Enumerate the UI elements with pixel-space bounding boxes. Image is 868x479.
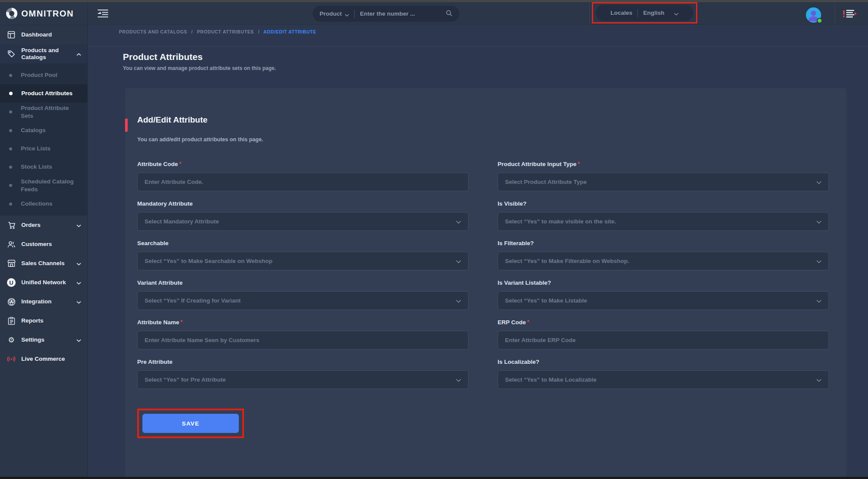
variant-attribute-select[interactable]: Select “Yes” If Creating for Variant bbox=[137, 291, 469, 310]
field-attribute-code: Attribute Code* bbox=[137, 161, 469, 191]
add-edit-attribute-card: Add/Edit Attribute You can add/edit prod… bbox=[125, 88, 846, 479]
save-button[interactable]: SAVE bbox=[142, 414, 239, 433]
attribute-name-input[interactable] bbox=[145, 337, 461, 343]
field-variant-attribute: Variant Attribute Select “Yes” If Creati… bbox=[137, 279, 469, 310]
sidebar-item-integration[interactable]: Integration bbox=[0, 292, 87, 311]
online-status-dot bbox=[817, 18, 822, 23]
annotation-box-save: SAVE bbox=[137, 409, 244, 438]
sidebar-item-products-and-catalogs[interactable]: Products and Catalogs bbox=[0, 44, 87, 63]
is-visible-select[interactable]: Select “Yes” to make visible on the site… bbox=[498, 212, 829, 231]
is-localizable-select[interactable]: Select “Yes” to Make Localizable bbox=[498, 370, 829, 389]
erp-code-input[interactable] bbox=[505, 337, 822, 343]
chevron-down-icon bbox=[456, 257, 461, 265]
field-label: Is Filterable? bbox=[498, 240, 534, 246]
main-area: Product Locales English bbox=[88, 2, 868, 479]
chevron-down-icon bbox=[816, 297, 822, 305]
chevron-up-icon bbox=[76, 50, 81, 58]
sidebar-subitem-product-attributes[interactable]: Product Attributes bbox=[0, 84, 87, 103]
card-accent-bar bbox=[125, 119, 128, 132]
product-attribute-input-type-select[interactable]: Select Product Attribute Type bbox=[498, 173, 829, 191]
bullet-dot-icon bbox=[9, 203, 12, 206]
erp-code-input-wrap bbox=[498, 331, 829, 349]
chevron-down-icon bbox=[674, 10, 679, 17]
field-label: ERP Code bbox=[498, 319, 526, 326]
field-label: Mandatory Attribute bbox=[137, 200, 193, 207]
field-is-variant-listable: Is Variant Listable? Select “Yes” to Mak… bbox=[498, 279, 829, 310]
field-product-attribute-input-type: Product Attribute Input Type* Select Pro… bbox=[498, 161, 829, 191]
locale-label: Locales bbox=[611, 10, 632, 16]
bullet-dot-icon bbox=[9, 129, 12, 132]
sidebar-subitem-catalogs[interactable]: Catalogs bbox=[0, 121, 87, 140]
field-label: Searchable bbox=[137, 240, 168, 246]
pre-attribute-select[interactable]: Select “Yes” for Pre Attribute bbox=[137, 370, 469, 389]
is-variant-listable-select[interactable]: Select “Yes” to Make Listable bbox=[498, 291, 829, 310]
customers-icon bbox=[7, 240, 16, 249]
chevron-down-icon bbox=[76, 336, 81, 344]
notification-panel-icon[interactable] bbox=[842, 9, 857, 19]
chevron-down-icon bbox=[816, 376, 822, 384]
sidebar-item-orders[interactable]: Orders bbox=[0, 216, 87, 235]
field-label: Attribute Name bbox=[137, 319, 179, 326]
search-divider bbox=[354, 10, 355, 18]
sidebar-subitem-product-attribute-sets[interactable]: Product Attribute Sets bbox=[0, 103, 87, 121]
logo[interactable]: OMNITRON bbox=[0, 2, 87, 25]
sidebar-subitem-stock-lists[interactable]: Stock Lists bbox=[0, 158, 87, 176]
search-input[interactable] bbox=[360, 10, 446, 17]
integration-icon bbox=[7, 297, 16, 306]
products-submenu: Product Pool Product Attributes Product … bbox=[0, 63, 87, 216]
logo-text: OMNITRON bbox=[21, 9, 74, 19]
sidebar-collapse-icon[interactable] bbox=[97, 9, 109, 18]
field-label: Product Attribute Input Type bbox=[498, 161, 577, 167]
topbar-divider bbox=[835, 2, 835, 25]
field-label: Is Variant Listable? bbox=[498, 279, 551, 286]
breadcrumb-separator: / bbox=[258, 29, 260, 34]
sidebar-subitem-collections[interactable]: Collections bbox=[0, 195, 87, 213]
sidebar-item-live-commerce[interactable]: Live Commerce bbox=[0, 349, 87, 369]
required-asterisk: * bbox=[527, 319, 529, 325]
bullet-dot-icon bbox=[9, 147, 12, 150]
sidebar-subitem-product-pool[interactable]: Product Pool bbox=[0, 66, 87, 84]
locale-value: English bbox=[643, 10, 664, 16]
field-label: Is Visible? bbox=[498, 200, 527, 207]
sidebar: OMNITRON Dashboard Products and Catalogs… bbox=[0, 2, 88, 479]
chevron-down-icon bbox=[76, 298, 81, 306]
sidebar-item-dashboard[interactable]: Dashboard bbox=[0, 25, 87, 44]
form-left-column: Attribute Code* Mandatory Attribute Sele… bbox=[137, 161, 469, 438]
field-label: Variant Attribute bbox=[137, 279, 183, 286]
sidebar-subitem-scheduled-catalog-feeds[interactable]: Scheduled Catalog Feeds bbox=[0, 176, 87, 195]
field-label: Attribute Code bbox=[137, 161, 178, 167]
chevron-down-icon bbox=[76, 221, 81, 229]
chevron-down-icon bbox=[76, 279, 81, 286]
field-is-visible: Is Visible? Select “Yes” to make visible… bbox=[498, 200, 829, 231]
sidebar-item-unified-network[interactable]: U Unified Network bbox=[0, 273, 87, 292]
sidebar-item-customers[interactable]: Customers bbox=[0, 235, 87, 254]
searchable-select[interactable]: Select “Yes” to Make Searchable on Websh… bbox=[137, 252, 469, 270]
chevron-down-icon bbox=[816, 257, 822, 265]
is-filterable-select[interactable]: Select “Yes” to Make Filterable on Websh… bbox=[498, 252, 829, 270]
sidebar-item-sales-channels[interactable]: Sales Channels bbox=[0, 254, 87, 273]
field-is-filterable: Is Filterable? Select “Yes” to Make Filt… bbox=[498, 240, 829, 270]
chevron-down-icon bbox=[816, 218, 822, 226]
chevron-down-icon bbox=[456, 218, 461, 226]
locale-selector[interactable]: Locales English bbox=[596, 5, 693, 21]
mandatory-attribute-select[interactable]: Select Mandatory Attribute bbox=[137, 212, 469, 231]
sidebar-item-reports[interactable]: Reports bbox=[0, 311, 87, 330]
tag-icon bbox=[7, 49, 16, 59]
bullet-dot-icon bbox=[9, 110, 12, 113]
attribute-code-input[interactable] bbox=[145, 179, 461, 185]
user-avatar[interactable] bbox=[806, 7, 821, 23]
sidebar-subitem-price-lists[interactable]: Price Lists bbox=[0, 140, 87, 158]
field-erp-code: ERP Code* bbox=[498, 319, 829, 349]
breadcrumb-products-and-catalogs[interactable]: PRODUCTS AND CATALOGS bbox=[119, 29, 187, 34]
breadcrumb-product-attributes[interactable]: PRODUCT ATTRIBUTES bbox=[197, 29, 254, 34]
search-category-select[interactable]: Product bbox=[320, 10, 342, 17]
sidebar-item-settings[interactable]: ⚙ Settings bbox=[0, 330, 87, 349]
field-mandatory-attribute: Mandatory Attribute Select Mandatory Att… bbox=[137, 200, 469, 231]
chevron-down-icon bbox=[76, 259, 81, 267]
locale-divider bbox=[637, 9, 638, 17]
breadcrumb-add-edit-attribute[interactable]: ADD/EDIT ATTRIBUTE bbox=[264, 29, 317, 34]
unified-network-icon: U bbox=[7, 278, 16, 287]
reports-icon bbox=[7, 316, 16, 326]
search-icon[interactable] bbox=[446, 10, 452, 18]
form-right-column: Product Attribute Input Type* Select Pro… bbox=[498, 161, 829, 438]
